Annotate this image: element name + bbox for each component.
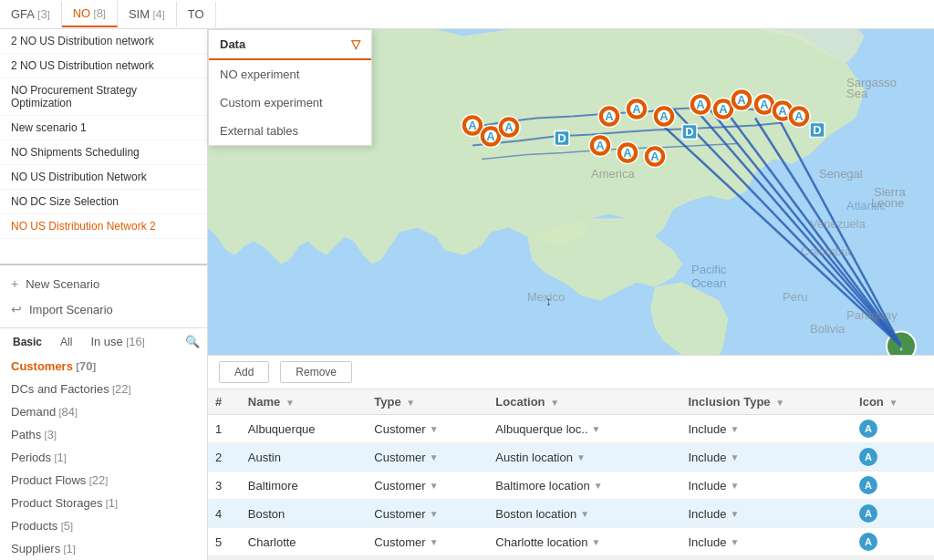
svg-text:Bolivia: Bolivia — [810, 322, 846, 336]
cell-type: Customer ▼ — [367, 415, 488, 443]
scenario-item-6[interactable]: NO DC Size Selection — [0, 190, 207, 214]
search-icon[interactable]: 🔍 — [185, 335, 200, 348]
products-count: [5] — [61, 521, 73, 532]
col-location[interactable]: Location ▼ — [488, 389, 680, 415]
import-scenario-button[interactable]: ↩ Import Scenario — [0, 296, 207, 322]
scenario-item-2[interactable]: NO Procurement Strategy Optimization — [0, 78, 207, 116]
filter-basic[interactable]: Basic — [7, 333, 47, 351]
cell-location: Charlotte location ▼ — [488, 528, 680, 556]
scenario-item-7[interactable]: NO US Distribution Network 2 — [0, 214, 207, 239]
svg-text:A: A — [468, 119, 477, 132]
in-use-count: [16] — [126, 337, 145, 347]
cell-type: Customer ▼ — [367, 500, 488, 528]
cell-inclusion: Include ▼ — [681, 472, 853, 500]
table-row[interactable]: 1 Albuquerque Customer ▼ Albuquerque loc… — [208, 415, 934, 443]
category-paths[interactable]: Paths [3] — [0, 423, 207, 446]
svg-text:A: A — [504, 120, 514, 134]
icon-badge: A — [859, 448, 877, 466]
inclusion-dropdown-arrow[interactable]: ▼ — [730, 452, 739, 462]
category-product-flows[interactable]: Product Flows [22] — [0, 469, 207, 492]
dropdown-expand-icon[interactable]: ▽ — [351, 37, 360, 51]
category-product-storages[interactable]: Product Storages [1] — [0, 492, 207, 514]
location-filter-icon[interactable]: ▼ — [550, 398, 559, 408]
category-demand[interactable]: Demand [84] — [0, 400, 207, 423]
cell-name: Charlotte — [241, 528, 367, 556]
data-table-panel: Add Remove # Name ▼ Type — [208, 355, 934, 555]
filter-in-use[interactable]: In use [16] — [85, 332, 150, 351]
category-dcs[interactable]: DCs and Factories [22] — [0, 378, 207, 400]
plus-icon: + — [11, 276, 18, 291]
tab-gfa[interactable]: GFA [3] — [0, 2, 62, 26]
inclusion-dropdown-arrow[interactable]: ▼ — [730, 424, 739, 434]
svg-text:A: A — [760, 98, 769, 111]
scenario-item-4[interactable]: NO Shipments Scheduling — [0, 140, 207, 165]
tab-to[interactable]: TO — [177, 2, 216, 26]
tab-sim[interactable]: SIM [4] — [118, 2, 177, 26]
location-dropdown-arrow[interactable]: ▼ — [580, 509, 589, 519]
svg-text:A: A — [737, 93, 746, 107]
col-inclusion[interactable]: Inclusion Type ▼ — [681, 389, 853, 415]
cell-icon: A — [852, 472, 934, 500]
remove-button[interactable]: Remove — [280, 361, 352, 383]
table-row[interactable]: 3 Baltimore Customer ▼ Baltimore locatio… — [208, 472, 934, 500]
type-dropdown-arrow[interactable]: ▼ — [430, 452, 439, 462]
cell-name: Baltimore — [241, 472, 367, 500]
location-dropdown-arrow[interactable]: ▼ — [592, 424, 601, 434]
cell-name: Albuquerque — [241, 415, 367, 443]
bottom-row: Customers [70] DCs and Factories [22] De… — [0, 355, 934, 560]
cell-name: Boston — [241, 500, 367, 528]
cell-inclusion: Include ▼ — [681, 500, 853, 528]
scenario-item-5[interactable]: NO US Distribution Network — [0, 165, 207, 190]
cell-type: Customer ▼ — [367, 528, 488, 556]
add-button[interactable]: Add — [219, 361, 269, 383]
filter-all[interactable]: All — [55, 333, 78, 351]
location-dropdown-arrow[interactable]: ▼ — [594, 481, 603, 491]
table-row[interactable]: 2 Austin Customer ▼ Austin location ▼ In… — [208, 443, 934, 472]
col-icon[interactable]: Icon ▼ — [852, 389, 934, 415]
new-scenario-button[interactable]: + New Scenario — [0, 271, 207, 296]
inclusion-dropdown-arrow[interactable]: ▼ — [730, 537, 739, 547]
periods-count: [1] — [54, 452, 66, 463]
tab-no[interactable]: NO [8] — [62, 1, 118, 27]
inclusion-dropdown-arrow[interactable]: ▼ — [730, 509, 739, 519]
type-filter-icon[interactable]: ▼ — [406, 398, 415, 408]
dropdown-no-experiment[interactable]: NO experiment — [209, 60, 371, 88]
category-suppliers[interactable]: Suppliers [1] — [0, 537, 207, 560]
category-products[interactable]: Products [5] — [0, 514, 207, 537]
paths-count: [3] — [45, 430, 57, 441]
demand-count: [84] — [58, 407, 78, 418]
col-name[interactable]: Name ▼ — [241, 389, 367, 415]
inclusion-filter-icon[interactable]: ▼ — [775, 398, 784, 408]
col-type[interactable]: Type ▼ — [367, 389, 488, 415]
type-dropdown-arrow[interactable]: ▼ — [430, 537, 439, 547]
data-table: # Name ▼ Type ▼ Location ▼ — [208, 389, 934, 555]
dropdown-custom-experiment[interactable]: Custom experiment — [209, 88, 371, 117]
top-tab-bar: GFA [3] NO [8] SIM [4] TO — [0, 0, 934, 29]
scenario-item-3[interactable]: New scenario 1 — [0, 116, 207, 140]
icon-filter-icon[interactable]: ▼ — [888, 398, 898, 408]
cell-icon: A — [852, 443, 934, 472]
dropdown-external-tables[interactable]: External tables — [209, 117, 371, 145]
location-dropdown-arrow[interactable]: ▼ — [576, 452, 586, 462]
table-row[interactable]: 4 Boston Customer ▼ Boston location ▼ In… — [208, 500, 934, 528]
cell-name: Austin — [241, 443, 367, 472]
cell-num: 3 — [208, 472, 241, 500]
scenario-item-1[interactable]: 2 NO US Distribution network — [0, 54, 207, 78]
type-dropdown-arrow[interactable]: ▼ — [430, 424, 439, 434]
category-customers[interactable]: Customers [70] — [0, 355, 207, 378]
svg-text:A: A — [605, 109, 614, 123]
inclusion-dropdown-arrow[interactable]: ▼ — [730, 481, 739, 491]
cell-num: 4 — [208, 500, 241, 528]
suppliers-count: [1] — [64, 544, 76, 555]
name-filter-icon[interactable]: ▼ — [285, 398, 295, 408]
category-periods[interactable]: Periods [1] — [0, 446, 207, 469]
table-row[interactable]: 5 Charlotte Customer ▼ Charlotte locatio… — [208, 528, 934, 556]
location-dropdown-arrow[interactable]: ▼ — [592, 537, 601, 547]
scenario-item-0[interactable]: 2 NO US Distribution network — [0, 29, 207, 54]
icon-badge: A — [859, 533, 877, 551]
type-dropdown-arrow[interactable]: ▼ — [430, 481, 439, 491]
sim-count: [4] — [152, 9, 164, 20]
cell-num: 1 — [208, 415, 241, 443]
type-dropdown-arrow[interactable]: ▼ — [430, 509, 439, 519]
icon-badge: A — [859, 420, 877, 438]
